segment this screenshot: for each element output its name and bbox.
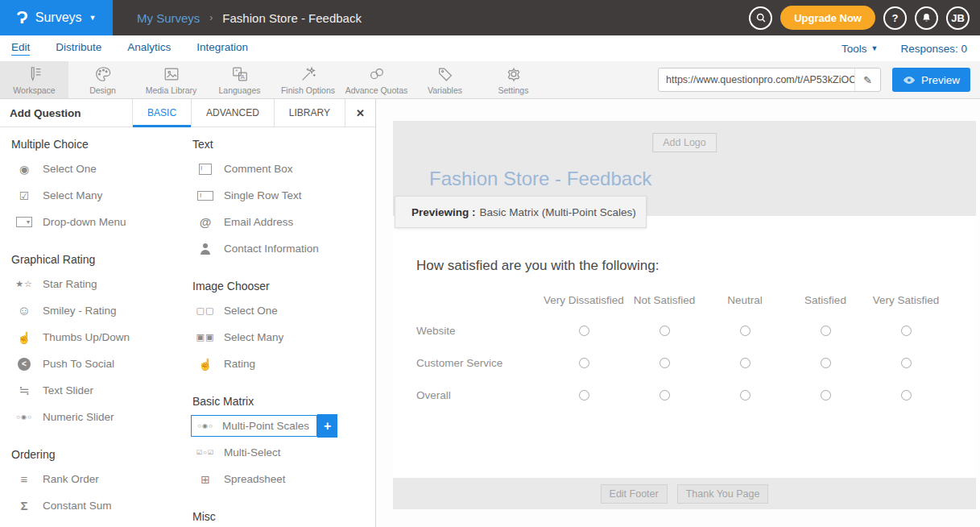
slider-icon: ≒: [14, 383, 34, 398]
help-button[interactable]: ?: [883, 6, 907, 30]
add-logo-button[interactable]: Add Logo: [652, 133, 717, 152]
tab-integration[interactable]: Integration: [196, 41, 248, 56]
tab-advanced[interactable]: ADVANCED: [191, 99, 274, 127]
tab-basic[interactable]: BASIC: [132, 99, 191, 127]
radio-button[interactable]: [901, 358, 912, 368]
radio-button[interactable]: [740, 358, 751, 368]
qtype-multi-select[interactable]: ☑○☑ Multi-Select: [191, 439, 375, 466]
qtype-text-slider[interactable]: ≒ Text Slider: [10, 377, 191, 404]
qtype-push-to-social[interactable]: < Push To Social: [10, 351, 191, 377]
add-question-panel: Add Question BASIC ADVANCED LIBRARY ✕ Mu…: [0, 99, 376, 527]
edit-url-icon[interactable]: ✎: [854, 68, 880, 91]
image-select-one-icon: ▢▢: [196, 305, 215, 316]
nav-right: Tools▼ Responses: 0: [841, 43, 980, 55]
svg-text:A: A: [240, 73, 245, 80]
qtype-image-select-one[interactable]: ▢▢ Select One: [191, 297, 375, 324]
tab-distribute[interactable]: Distribute: [56, 41, 101, 56]
qtype-image-select-many[interactable]: ▣▣ Select Many: [191, 324, 375, 351]
breadcrumb-my-surveys[interactable]: My Surveys: [137, 11, 200, 25]
breadcrumb-separator-icon: ›: [209, 12, 213, 23]
qtype-spreadsheet[interactable]: ⊞ Spreadsheet: [191, 466, 375, 492]
question-types-column-2: Text I Comment Box I Single Row Text @ E…: [191, 135, 375, 527]
search-icon: [755, 11, 767, 24]
thank-you-page-button[interactable]: Thank You Page: [677, 484, 769, 504]
panel-body: Multiple Choice ◉ Select One ☑ Select Ma…: [0, 127, 375, 527]
dropdown-icon: ▾: [14, 217, 34, 227]
qtype-thumbs-up-down[interactable]: ☝ Thumbs Up/Down: [10, 324, 191, 351]
toolbar-item-workspace[interactable]: Workspace: [0, 61, 68, 98]
avatar[interactable]: JB: [946, 6, 970, 30]
share-url-input[interactable]: [659, 74, 854, 85]
single-row-icon: I: [196, 191, 215, 201]
qtype-smiley-rating[interactable]: ☺ Smiley - Rating: [10, 297, 191, 324]
qtype-select-many[interactable]: ☑ Select Many: [10, 182, 191, 209]
survey-title[interactable]: Fashion Store - Feedback: [429, 168, 651, 190]
qtype-email-address[interactable]: @ Email Address: [191, 209, 375, 235]
section-title: Basic Matrix: [192, 395, 375, 408]
radio-button[interactable]: [901, 326, 912, 336]
qtype-dropdown-menu[interactable]: ▾ Drop-down Menu: [10, 209, 191, 235]
tab-edit[interactable]: Edit: [11, 41, 30, 56]
tab-analytics[interactable]: Analytics: [127, 41, 171, 56]
svg-text:*: *: [235, 68, 238, 75]
radio-button[interactable]: [579, 326, 589, 336]
share-url-wrap: ✎: [658, 68, 881, 92]
radio-button[interactable]: [821, 326, 831, 336]
survey-footer: Edit Footer Thank You Page: [393, 478, 976, 509]
radio-button[interactable]: [579, 358, 589, 368]
matrix-row-website: Website: [416, 314, 976, 346]
preview-button[interactable]: Preview: [892, 68, 970, 92]
qtype-single-row-text[interactable]: I Single Row Text: [191, 182, 375, 209]
toolbar-item-languages[interactable]: *A Languages: [205, 61, 274, 98]
notifications-button[interactable]: [915, 6, 938, 30]
radio-button[interactable]: [579, 390, 589, 400]
toolbar-item-design[interactable]: Design: [68, 61, 137, 98]
qtype-multi-point-scales-row: ○◉○ Multi-Point Scales +: [191, 413, 375, 439]
search-button[interactable]: [749, 6, 772, 30]
qtype-comment-box[interactable]: I Comment Box: [191, 156, 375, 182]
toolbar-item-finish-options[interactable]: Finish Options: [274, 61, 342, 98]
radio-button[interactable]: [660, 390, 670, 400]
question-types-column-1: Multiple Choice ◉ Select One ☑ Select Ma…: [10, 135, 191, 527]
survey-preview-region: Add Logo Fashion Store - Feedback Previe…: [376, 99, 980, 527]
qtype-constant-sum[interactable]: Σ Constant Sum: [10, 492, 191, 519]
toolbar-item-variables[interactable]: Variables: [411, 61, 479, 98]
section-title: Multiple Choice: [11, 138, 191, 151]
radio-button[interactable]: [660, 326, 670, 336]
radio-button[interactable]: [821, 358, 831, 368]
radio-button[interactable]: [901, 390, 912, 400]
chevron-down-icon: ▼: [871, 44, 879, 52]
product-name: Surveys: [35, 10, 82, 25]
qtype-contact-information[interactable]: Contact Information: [191, 235, 375, 262]
add-question-button[interactable]: +: [317, 414, 337, 438]
radio-button[interactable]: [660, 358, 670, 368]
upgrade-now-button[interactable]: Upgrade Now: [780, 6, 875, 30]
radio-button[interactable]: [740, 326, 751, 336]
edit-footer-button[interactable]: Edit Footer: [601, 484, 668, 504]
survey-card: Add Logo Fashion Store - Feedback Previe…: [393, 121, 976, 509]
toolbar-item-settings[interactable]: Settings: [479, 61, 548, 98]
tools-menu[interactable]: Tools▼: [841, 43, 878, 55]
close-icon[interactable]: ✕: [345, 99, 375, 127]
qtype-numeric-slider[interactable]: ○◉○ Numeric Slider: [10, 404, 191, 430]
qtype-select-one[interactable]: ◉ Select One: [10, 156, 191, 182]
section-title: Ordering: [11, 448, 191, 461]
matrix-column-header: Satisfied: [785, 294, 866, 306]
radio-button[interactable]: [821, 390, 831, 400]
person-icon: [196, 243, 215, 255]
qtype-star-rating[interactable]: ★☆ Star Rating: [10, 271, 191, 297]
qtype-image-rating[interactable]: ☝ Rating: [191, 351, 375, 377]
image-select-many-icon: ▣▣: [196, 332, 215, 342]
tab-library[interactable]: LIBRARY: [274, 99, 345, 127]
toolbar-item-advance-quotas[interactable]: Advance Quotas: [342, 61, 411, 98]
qtype-drag-and-drop[interactable]: ◎ Drag and Drop: [10, 519, 191, 527]
breadcrumb: My Surveys › Fashion Store - Feedback: [137, 11, 362, 25]
responses-count[interactable]: Responses: 0: [900, 43, 967, 55]
qtype-multi-point-scales[interactable]: ○◉○ Multi-Point Scales: [191, 415, 317, 437]
toolbar-item-media-library[interactable]: Media Library: [137, 61, 205, 98]
radio-button[interactable]: [740, 390, 751, 400]
product-switcher[interactable]: Ɂ Surveys ▼: [0, 0, 113, 35]
multi-point-icon: ○◉○: [196, 422, 215, 429]
breadcrumb-current: Fashion Store - Feedback: [222, 11, 362, 25]
qtype-rank-order[interactable]: ≡ Rank Order: [10, 466, 191, 492]
